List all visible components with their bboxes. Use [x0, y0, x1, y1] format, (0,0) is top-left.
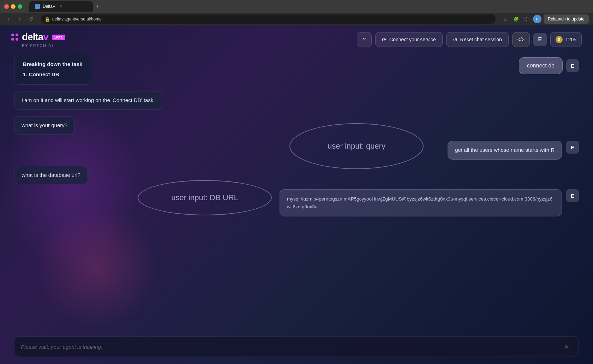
close-traffic-light[interactable]	[4, 4, 9, 9]
extensions-icon[interactable]: 🧩	[512, 15, 520, 23]
address-bar[interactable]: 🔒 deltav.agentverse.ai/home	[41, 14, 496, 24]
logo-dot-2	[16, 34, 18, 36]
token-display: $ 1205	[550, 32, 582, 47]
browser-tab-deltav[interactable]: d DeltaV ×	[29, 1, 93, 12]
logo-section: deltav Beta BY FETCH.AI	[11, 31, 65, 48]
task-item: 1. Connect DB	[23, 71, 82, 77]
task-breakdown-bubble: Breaking down the task 1. Connect DB	[14, 54, 91, 85]
vpn-icon[interactable]: 🛡	[522, 15, 531, 23]
query-annotation-text: user input: query	[328, 142, 385, 151]
logo-subtitle: BY FETCH.AI	[22, 43, 54, 48]
browser-titlebar: d DeltaV × +	[0, 0, 593, 13]
user-avatar-header[interactable]: E	[533, 33, 547, 46]
user-query-bubble: get all the users whose name starts with…	[448, 141, 562, 160]
logo-dot-1	[11, 34, 14, 36]
forward-button[interactable]: ›	[16, 15, 24, 23]
connect-db-label: connect db	[527, 62, 555, 68]
beta-badge: Beta	[52, 35, 65, 40]
message-working: I am on it and will start working on the…	[14, 91, 579, 110]
code-icon: </>	[517, 37, 525, 42]
back-button[interactable]: ‹	[4, 15, 13, 23]
coin-icon: $	[556, 36, 563, 43]
address-text: deltav.agentverse.ai/home	[52, 17, 102, 22]
right-panel-avatar: E	[566, 59, 579, 72]
reload-button[interactable]: ↺	[27, 15, 35, 23]
logo-dots	[11, 34, 18, 41]
user-db-url-row: mysql://uzmlb4perntogszn:mAP5gcyyooHnwjZ…	[14, 189, 579, 216]
db-url-prompt-bubble: what is the database url?	[14, 166, 88, 185]
user-query-avatar: E	[566, 141, 579, 154]
connect-db-row: connect db E	[519, 57, 579, 74]
reset-chat-label: Reset chat session	[460, 37, 502, 42]
user-query-row: user input: query get all the users whos…	[14, 141, 579, 160]
app-header: deltav Beta BY FETCH.AI ? ⟳ Connect your…	[0, 25, 593, 54]
chat-region: connect db E Breaking down the task 1. C…	[0, 54, 593, 364]
message-query-prompt: what is your query?	[14, 116, 579, 135]
question-icon: ?	[363, 37, 366, 42]
minimize-traffic-light[interactable]	[11, 4, 16, 9]
tab-favicon: d	[35, 4, 40, 9]
tab-bar: d DeltaV × +	[29, 1, 589, 12]
connect-icon: ⟳	[382, 36, 387, 43]
nav-actions: ☆ 🧩 🛡 P Relaunch to update	[501, 14, 589, 24]
logo-dot-3	[11, 38, 14, 41]
connect-db-card[interactable]: connect db	[519, 57, 563, 74]
message-db-url-prompt: what is the database url?	[14, 166, 579, 185]
traffic-lights	[4, 4, 22, 9]
user-db-url-avatar: E	[566, 189, 579, 202]
chat-area: Breaking down the task 1. Connect DB I a…	[0, 54, 593, 308]
help-button[interactable]: ?	[357, 32, 372, 47]
send-icon: ➤	[564, 343, 569, 351]
connect-service-button[interactable]: ⟳ Connect your service	[375, 32, 443, 47]
profile-icon[interactable]: P	[533, 15, 541, 23]
token-count: 1205	[565, 37, 576, 42]
input-bar: Please wait, your agent is thinking. ➤	[14, 336, 579, 357]
connect-service-label: Connect your service	[389, 37, 436, 42]
logo-row: deltav Beta	[11, 31, 65, 43]
logo-dot-4	[16, 38, 18, 41]
lock-icon: 🔒	[44, 17, 50, 22]
query-prompt-bubble: what is your query?	[14, 116, 75, 135]
tab-close-button[interactable]: ×	[60, 4, 62, 9]
new-tab-button[interactable]: +	[93, 1, 103, 11]
logo-text: deltav	[22, 31, 48, 43]
working-bubble: I am on it and will start working on the…	[14, 91, 162, 110]
logo-v: v	[43, 31, 48, 42]
right-panel: connect db E	[519, 57, 579, 74]
tab-title: DeltaV	[43, 4, 55, 9]
browser-nav: ‹ › ↺ 🔒 deltav.agentverse.ai/home ☆ 🧩 🛡 …	[0, 13, 593, 25]
relaunch-button[interactable]: Relaunch to update	[544, 14, 589, 24]
user-db-url-bubble: mysql://uzmlb4perntogszn:mAP5gcyyooHnwjZ…	[280, 189, 562, 216]
reset-chat-button[interactable]: ↺ Reset chat session	[446, 32, 509, 47]
app-container: deltav Beta BY FETCH.AI ? ⟳ Connect your…	[0, 25, 593, 364]
task-title: Breaking down the task	[23, 61, 82, 67]
maximize-traffic-light[interactable]	[18, 4, 22, 9]
reset-icon: ↺	[453, 36, 457, 43]
header-actions: ? ⟳ Connect your service ↺ Reset chat se…	[357, 32, 582, 47]
input-placeholder-text: Please wait, your agent is thinking.	[21, 344, 557, 350]
db-url-section: what is the database url? user input: DB…	[14, 166, 579, 217]
message-task-breakdown: Breaking down the task 1. Connect DB	[14, 54, 579, 85]
send-button[interactable]: ➤	[561, 341, 572, 352]
browser-chrome: d DeltaV × + ‹ › ↺ 🔒 deltav.agentverse.a…	[0, 0, 593, 25]
code-button[interactable]: </>	[512, 32, 530, 47]
bookmark-icon[interactable]: ☆	[501, 15, 510, 23]
